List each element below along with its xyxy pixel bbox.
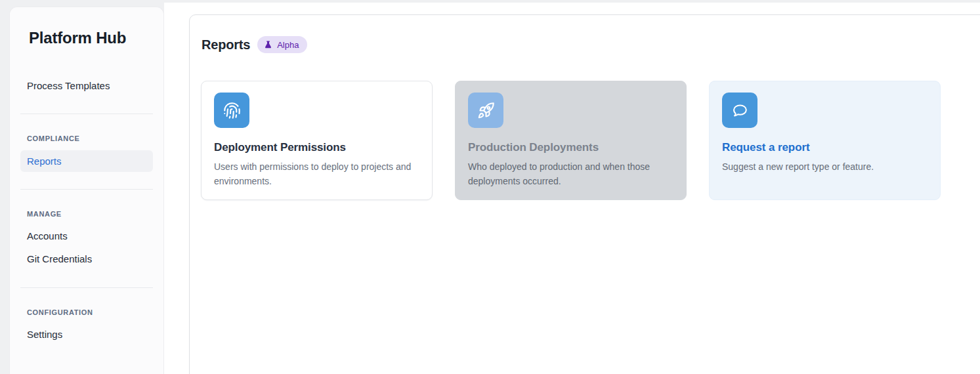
- rocket-icon: [468, 93, 503, 128]
- sidebar-divider: [20, 287, 153, 288]
- alpha-badge-label: Alpha: [277, 40, 299, 50]
- sidebar-item-reports[interactable]: Reports: [20, 150, 153, 172]
- report-cards-row: Deployment Permissions Users with permis…: [190, 53, 980, 200]
- page-title: Reports: [202, 37, 250, 52]
- card-description: Users with permissions to deploy to proj…: [214, 160, 419, 188]
- fingerprint-icon: [214, 93, 249, 128]
- section-header-compliance: COMPLIANCE: [27, 135, 163, 142]
- section-header-manage: MANAGE: [27, 210, 163, 218]
- flask-icon: [263, 40, 273, 50]
- alpha-badge: Alpha: [257, 36, 307, 53]
- sidebar: Platform Hub Process Templates COMPLIANC…: [9, 7, 164, 374]
- reports-header: Reports Alpha: [190, 15, 980, 53]
- card-request-a-report[interactable]: Request a report Suggest a new report ty…: [709, 81, 941, 200]
- sidebar-divider: [20, 189, 153, 190]
- card-description: Suggest a new report type or feature.: [722, 160, 927, 175]
- card-production-deployments: Production Deployments Who deployed to p…: [455, 81, 687, 200]
- sidebar-item-accounts[interactable]: Accounts: [10, 224, 163, 247]
- sidebar-item-git-credentials[interactable]: Git Credentials: [10, 247, 163, 270]
- card-title: Deployment Permissions: [214, 141, 419, 154]
- reports-panel: Reports Alpha: [189, 14, 980, 374]
- chat-bubble-icon: [722, 93, 757, 128]
- sidebar-item-settings[interactable]: Settings: [10, 323, 163, 346]
- section-header-configuration: CONFIGURATION: [27, 308, 163, 316]
- card-title: Production Deployments: [468, 141, 673, 154]
- card-deployment-permissions[interactable]: Deployment Permissions Users with permis…: [201, 81, 433, 200]
- sidebar-item-process-templates[interactable]: Process Templates: [10, 75, 163, 96]
- sidebar-divider: [20, 114, 153, 114]
- card-description: Who deployed to production and when thos…: [468, 160, 673, 188]
- app-title: Platform Hub: [29, 29, 163, 47]
- card-title: Request a report: [722, 141, 927, 154]
